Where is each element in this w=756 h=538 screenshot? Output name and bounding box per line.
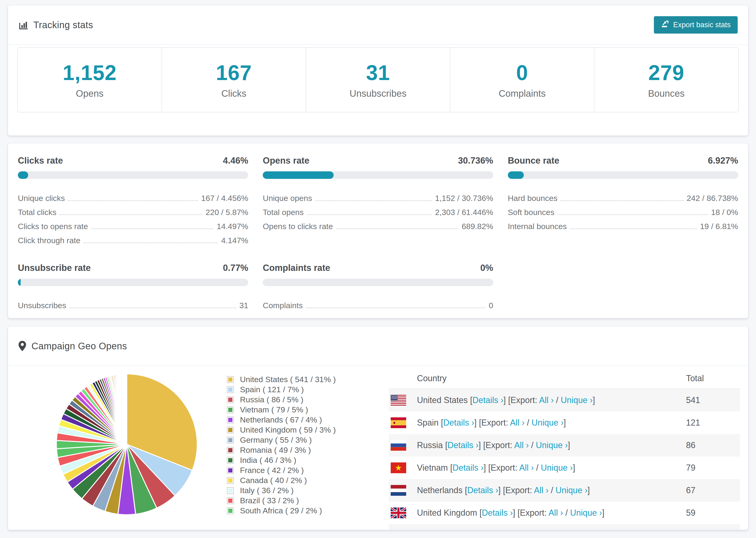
total-cell: 121 xyxy=(686,418,740,428)
stat-cell: 279 Bounces xyxy=(594,48,738,112)
rate-row-label: Soft bounces xyxy=(508,208,554,218)
legend-swatch xyxy=(227,406,234,413)
legend-swatch xyxy=(227,467,234,474)
legend-item[interactable]: United Kingdom ( 59 / 3% ) xyxy=(227,425,336,435)
legend-item[interactable]: Brazil ( 33 / 2% ) xyxy=(227,496,336,506)
export-all-link[interactable]: All › xyxy=(549,508,563,517)
details-link[interactable]: Details › xyxy=(448,440,478,450)
dotted-leader xyxy=(336,228,459,229)
legend-item[interactable]: Russia ( 86 / 5% ) xyxy=(227,395,336,405)
legend-swatch xyxy=(227,426,234,434)
geo-table-rows: United States [Details ›] [Export: All ›… xyxy=(389,389,740,530)
legend-item[interactable]: Italy ( 36 / 2% ) xyxy=(227,485,336,496)
progress-bar xyxy=(263,279,493,286)
rate-row-value: 14.497% xyxy=(217,222,248,232)
rate-stat-row: Internal bounces 19 / 6.81% xyxy=(508,218,738,232)
stat-value: 279 xyxy=(648,61,684,85)
details-link[interactable]: Details › xyxy=(443,418,474,427)
bracket-close: ] xyxy=(593,395,595,405)
stat-cell: 31 Unsubscribes xyxy=(306,48,450,112)
rate-row-label: Complaints xyxy=(263,301,303,311)
link-separator: / xyxy=(549,485,556,495)
rate-stat-row: Unique opens 1,152 / 30.736% xyxy=(263,190,493,204)
rate-stat-row: Opens to clicks rate 689.82% xyxy=(263,218,493,232)
country-cell-text: Vietnam [Details ›] [Export: All › / Uni… xyxy=(417,463,575,473)
rate-panel: Opens rate 30.736% Unique opens 1,152 / … xyxy=(263,156,493,246)
rate-row-value: 1,152 / 30.736% xyxy=(435,194,493,204)
legend-label: Italy ( 36 / 2% ) xyxy=(240,486,294,495)
legend-item[interactable]: Romania ( 49 / 3% ) xyxy=(227,445,336,455)
link-separator: / xyxy=(563,508,570,517)
details-link[interactable]: Details › xyxy=(467,485,498,495)
dotted-leader xyxy=(83,242,218,243)
legend-item[interactable]: South Africa ( 29 / 2% ) xyxy=(227,506,336,516)
country-name: United Kingdom [ xyxy=(417,508,482,517)
link-separator: / xyxy=(534,463,541,472)
export-unique-link[interactable]: Unique › xyxy=(541,463,573,472)
legend-item[interactable]: United States ( 541 / 31% ) xyxy=(227,374,336,385)
legend-label: Netherlands ( 67 / 4% ) xyxy=(240,415,322,424)
link-separator: / xyxy=(524,418,531,427)
legend-swatch xyxy=(227,507,234,514)
legend-item[interactable]: Germany ( 55 / 3% ) xyxy=(227,435,336,445)
geo-legend: United States ( 541 / 31% ) Spain ( 121 … xyxy=(227,374,336,516)
geo-table: Country Total United States [Details ›] … xyxy=(389,368,740,530)
rate-panel-value: 6.927% xyxy=(708,156,738,166)
export-all-link[interactable]: All › xyxy=(539,395,554,405)
legend-label: Vietnam ( 79 / 5% ) xyxy=(240,405,308,414)
rate-panel-title: Complaints rate xyxy=(263,263,330,273)
progress-bar xyxy=(18,279,248,286)
legend-item[interactable]: France ( 42 / 2% ) xyxy=(227,465,336,475)
total-cell: 541 xyxy=(686,395,740,405)
bracket-close: ] xyxy=(602,508,604,517)
export-all-link[interactable]: All › xyxy=(510,418,524,427)
country-name: Netherlands [ xyxy=(417,485,467,495)
export-unique-link[interactable]: Unique › xyxy=(570,508,602,517)
country-name: United States [ xyxy=(417,395,472,405)
legend-item[interactable]: Netherlands ( 67 / 4% ) xyxy=(227,415,336,425)
legend-label: United States ( 541 / 31% ) xyxy=(240,375,336,384)
gb-flag-icon xyxy=(391,508,406,518)
geo-pie-chart[interactable] xyxy=(54,372,199,517)
rate-stat-row: Clicks to opens rate 14.497% xyxy=(18,218,248,232)
rate-row-label: Total opens xyxy=(263,208,303,218)
total-cell: 79 xyxy=(686,463,740,473)
rate-row-label: Unique opens xyxy=(263,194,312,204)
export-unique-link[interactable]: Unique › xyxy=(561,395,593,405)
export-all-link[interactable]: All › xyxy=(534,485,549,495)
rate-panel: Complaints rate 0% Complaints 0 xyxy=(263,263,493,311)
dotted-leader xyxy=(570,228,697,229)
legend-item[interactable]: Canada ( 40 / 2% ) xyxy=(227,475,336,485)
legend-item[interactable]: Vietnam ( 79 / 5% ) xyxy=(227,405,336,415)
legend-swatch xyxy=(227,376,234,383)
legend-item[interactable]: Spain ( 121 / 7% ) xyxy=(227,385,336,395)
country-cell-text: United States [Details ›] [Export: All ›… xyxy=(417,395,595,405)
geo-title: Campaign Geo Opens xyxy=(18,341,127,351)
rate-row-label: Internal bounces xyxy=(508,222,567,232)
legend-item[interactable]: India ( 46 / 3% ) xyxy=(227,455,336,465)
rate-stat-row: Soft bounces 18 / 0% xyxy=(508,204,738,218)
ru-flag-icon xyxy=(391,440,406,451)
export-unique-link[interactable]: Unique › xyxy=(531,418,564,427)
legend-label: France ( 42 / 2% ) xyxy=(240,466,304,475)
dotted-leader xyxy=(558,214,708,215)
export-basic-stats-button[interactable]: Export basic stats xyxy=(654,16,738,33)
stat-label: Bounces xyxy=(648,88,685,99)
export-all-link[interactable]: All › xyxy=(519,463,534,472)
export-unique-link[interactable]: Unique › xyxy=(536,440,568,450)
details-link[interactable]: Details › xyxy=(472,395,503,405)
progress-bar-fill xyxy=(18,279,21,286)
details-link[interactable]: Details › xyxy=(482,508,513,517)
export-unique-link[interactable]: Unique › xyxy=(556,485,587,495)
dashboard-page: Tracking stats xyxy=(0,0,756,538)
tracking-stats-header: Tracking stats xyxy=(8,5,748,44)
tracking-stats-title-text: Tracking stats xyxy=(33,20,93,30)
details-link[interactable]: Details › xyxy=(453,463,483,472)
legend-label: Romania ( 49 / 3% ) xyxy=(240,446,311,455)
geo-table-row: Russia [Details ›] [Export: All › / Uniq… xyxy=(389,434,740,457)
link-separator: / xyxy=(554,395,561,405)
legend-swatch xyxy=(227,447,234,454)
rate-panel: Bounce rate 6.927% Hard bounces 242 / 86… xyxy=(508,156,738,246)
export-all-link[interactable]: All › xyxy=(514,440,529,450)
legend-label: United Kingdom ( 59 / 3% ) xyxy=(240,425,336,435)
